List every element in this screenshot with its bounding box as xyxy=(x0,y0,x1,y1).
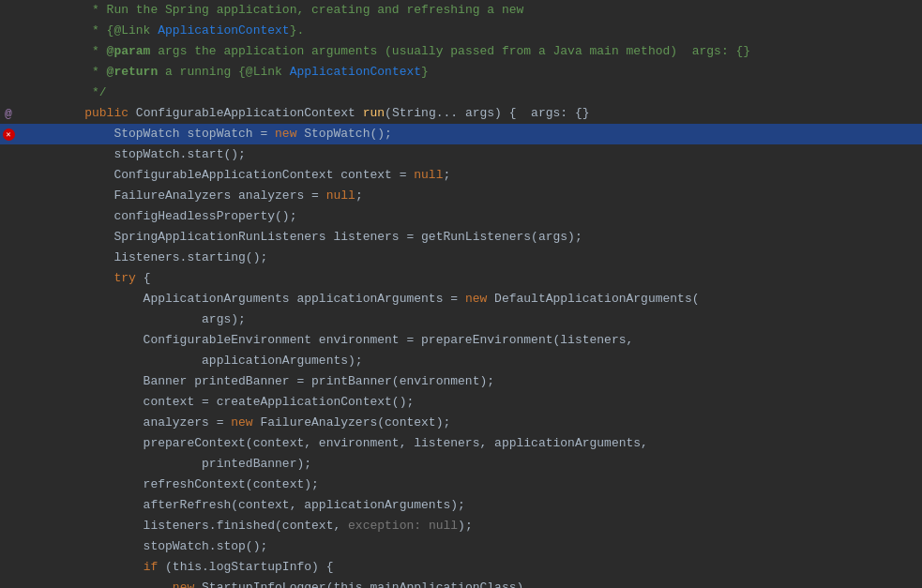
line-gutter xyxy=(0,454,52,475)
line-code: configHeadlessProperty(); xyxy=(52,206,922,227)
code-line: new StartupInfoLogger(this.mainApplicati… xyxy=(0,578,922,588)
line-gutter xyxy=(0,330,52,351)
line-gutter xyxy=(0,206,52,227)
line-gutter xyxy=(0,536,52,557)
line-code: stopWatch.start(); xyxy=(52,144,922,165)
code-line: ConfigurableApplicationContext context =… xyxy=(0,165,922,186)
code-line: context = createApplicationContext(); xyxy=(0,392,922,413)
line-gutter xyxy=(0,83,52,103)
line-gutter xyxy=(0,186,52,206)
line-gutter xyxy=(0,557,52,578)
code-line: applicationArguments); xyxy=(0,351,922,371)
code-content: * Run the Spring application, creating a… xyxy=(0,0,922,588)
line-code: FailureAnalyzers analyzers = null; xyxy=(52,186,922,206)
code-line: printedBanner); xyxy=(0,454,922,475)
code-line: */ xyxy=(0,83,922,103)
line-gutter xyxy=(0,516,52,536)
line-code: afterRefresh(context, applicationArgumen… xyxy=(52,495,922,516)
code-line: listeners.finished(context, exception: n… xyxy=(0,516,922,536)
line-gutter xyxy=(0,227,52,248)
bookmark-icon: @ xyxy=(0,103,17,124)
code-line: * @return a running {@Link ApplicationCo… xyxy=(0,62,922,83)
line-gutter xyxy=(0,578,52,588)
line-gutter xyxy=(0,21,52,41)
line-gutter xyxy=(0,62,52,83)
line-gutter xyxy=(0,433,52,454)
line-code: StopWatch stopWatch = new StopWatch(); xyxy=(52,124,922,144)
line-code: * @return a running {@Link ApplicationCo… xyxy=(52,62,922,83)
code-line: prepareContext(context, environment, lis… xyxy=(0,433,922,454)
line-gutter xyxy=(0,475,52,495)
line-gutter xyxy=(0,351,52,371)
code-line: afterRefresh(context, applicationArgumen… xyxy=(0,495,922,516)
line-code: public ConfigurableApplicationContext ru… xyxy=(52,103,922,124)
line-code: listeners.starting(); xyxy=(52,248,922,268)
code-line: stopWatch.start(); xyxy=(0,144,922,165)
line-gutter xyxy=(0,371,52,392)
line-code: Banner printedBanner = printBanner(envir… xyxy=(52,371,922,392)
line-code: * Run the Spring application, creating a… xyxy=(52,0,922,21)
code-line: ApplicationArguments applicationArgument… xyxy=(0,289,922,309)
code-line: ConfigurableEnvironment environment = pr… xyxy=(0,330,922,351)
line-code: context = createApplicationContext(); xyxy=(52,392,922,413)
line-code: new StartupInfoLogger(this.mainApplicati… xyxy=(52,578,922,588)
line-gutter xyxy=(0,268,52,289)
code-line: @ public ConfigurableApplicationContext … xyxy=(0,103,922,124)
line-gutter xyxy=(0,309,52,330)
code-line: configHeadlessProperty(); xyxy=(0,206,922,227)
line-code: ConfigurableEnvironment environment = pr… xyxy=(52,330,922,351)
line-gutter: @ xyxy=(0,103,52,124)
code-line: FailureAnalyzers analyzers = null; xyxy=(0,186,922,206)
line-code: ApplicationArguments applicationArgument… xyxy=(52,289,922,309)
code-line: * @param args the application arguments … xyxy=(0,41,922,62)
line-code: stopWatch.stop(); xyxy=(52,536,922,557)
line-gutter xyxy=(0,0,52,21)
line-code: refreshContext(context); xyxy=(52,475,922,495)
line-code: * {@Link ApplicationContext}. xyxy=(52,21,922,41)
line-code: */ xyxy=(52,83,922,103)
line-gutter xyxy=(0,289,52,309)
line-gutter xyxy=(0,41,52,62)
line-code: ConfigurableApplicationContext context =… xyxy=(52,165,922,186)
code-line: Banner printedBanner = printBanner(envir… xyxy=(0,371,922,392)
error-icon: ✕ xyxy=(0,124,17,144)
line-code: printedBanner); xyxy=(52,454,922,475)
line-code: listeners.finished(context, exception: n… xyxy=(52,516,922,536)
line-code: analyzers = new FailureAnalyzers(context… xyxy=(52,413,922,433)
line-gutter xyxy=(0,144,52,165)
code-line: SpringApplicationRunListeners listeners … xyxy=(0,227,922,248)
line-gutter xyxy=(0,392,52,413)
code-editor: * Run the Spring application, creating a… xyxy=(0,0,922,588)
line-code: applicationArguments); xyxy=(52,351,922,371)
line-gutter xyxy=(0,165,52,186)
line-gutter xyxy=(0,413,52,433)
code-line: args); xyxy=(0,309,922,330)
code-line: * {@Link ApplicationContext}. xyxy=(0,21,922,41)
code-line: * Run the Spring application, creating a… xyxy=(0,0,922,21)
code-line: listeners.starting(); xyxy=(0,248,922,268)
code-line: refreshContext(context); xyxy=(0,475,922,495)
line-gutter xyxy=(0,248,52,268)
line-code: SpringApplicationRunListeners listeners … xyxy=(52,227,922,248)
line-code: try { xyxy=(52,268,922,289)
code-line: stopWatch.stop(); xyxy=(0,536,922,557)
code-line: ✕ StopWatch stopWatch = new StopWatch(); xyxy=(0,124,922,144)
line-code: if (this.logStartupInfo) { xyxy=(52,557,922,578)
line-gutter xyxy=(0,495,52,516)
code-line: try { xyxy=(0,268,922,289)
line-code: args); xyxy=(52,309,922,330)
code-line: analyzers = new FailureAnalyzers(context… xyxy=(0,413,922,433)
code-line: if (this.logStartupInfo) { xyxy=(0,557,922,578)
line-code: prepareContext(context, environment, lis… xyxy=(52,433,922,454)
line-gutter: ✕ xyxy=(0,124,52,144)
line-code: * @param args the application arguments … xyxy=(52,41,922,62)
